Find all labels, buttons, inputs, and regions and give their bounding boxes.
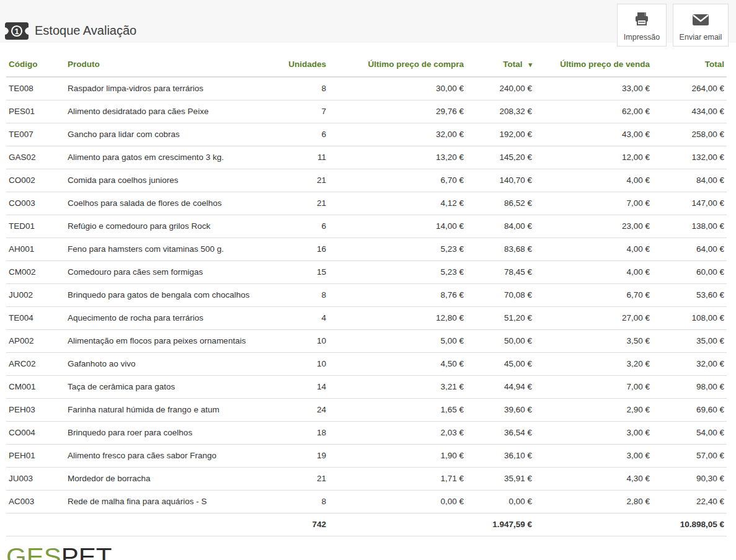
cell-code: TE007 <box>6 123 65 146</box>
cell-buy: 4,50 € <box>329 353 466 376</box>
page-title: Estoque Avaliação <box>35 24 136 38</box>
column-header-ultimo-preco-venda[interactable]: Último preço de venda <box>534 53 652 77</box>
cell-sell: 4,00 € <box>534 238 652 261</box>
cell-code: JU002 <box>6 284 65 307</box>
table-body: TE008Raspador limpa-vidros para terrário… <box>6 77 727 513</box>
cell-product[interactable]: Rede de malha fina para aquários - S <box>65 491 282 513</box>
table-header-row: Código Produto Unidades Último preço de … <box>6 53 727 77</box>
cell-product[interactable]: Alimentação em flocos para peixes orname… <box>65 330 282 353</box>
logo-pet-text: PET <box>61 543 112 560</box>
totals-empty-buy <box>329 513 466 536</box>
column-header-unidades[interactable]: Unidades <box>282 53 329 77</box>
gespet-logo: GESPET <box>6 545 736 560</box>
table-row: PES01Alimento desidratado para cães Peix… <box>6 100 727 123</box>
cell-buy_total: 208,32 € <box>466 100 534 123</box>
cell-product[interactable]: Alimento desidratado para cães Peixe <box>65 100 282 123</box>
cell-product[interactable]: Comedouro para cães sem formigas <box>65 261 282 284</box>
table-row: PEH03Farinha natural húmida de frango e … <box>6 399 727 422</box>
cell-units: 8 <box>282 77 329 100</box>
column-header-total-compra[interactable]: Total▾ <box>466 53 534 77</box>
cell-product[interactable]: Feno para hamsters com vitaminas 500 g. <box>65 238 282 261</box>
cell-sell_total: 84,00 € <box>652 169 727 192</box>
cell-sell_total: 57,00 € <box>652 445 727 468</box>
cell-sell_total: 69,60 € <box>652 399 727 422</box>
table-row: PEH01Alimento fresco para cães sabor Fra… <box>6 445 727 468</box>
cell-buy_total: 51,20 € <box>466 307 534 330</box>
cell-sell: 6,70 € <box>534 284 652 307</box>
table-row: AP002Alimentação em flocos para peixes o… <box>6 330 727 353</box>
cell-buy: 5,00 € <box>329 330 466 353</box>
cell-code: CO003 <box>6 192 65 215</box>
cell-buy_total: 145,20 € <box>466 146 534 169</box>
cell-buy: 14,00 € <box>329 215 466 238</box>
cell-code: CO002 <box>6 169 65 192</box>
cell-sell: 4,30 € <box>534 468 652 491</box>
cell-sell: 7,00 € <box>534 192 652 215</box>
cell-buy: 2,03 € <box>329 422 466 445</box>
cell-product[interactable]: Raspador limpa-vidros para terrários <box>65 77 282 100</box>
column-header-ultimo-preco-compra[interactable]: Último preço de compra <box>329 53 466 77</box>
cell-sell_total: 264,00 € <box>652 77 727 100</box>
cell-buy: 30,00 € <box>329 77 466 100</box>
cell-buy: 8,76 € <box>329 284 466 307</box>
cell-units: 18 <box>282 422 329 445</box>
column-header-codigo[interactable]: Código <box>6 53 65 77</box>
totals-buy-total: 1.947,59 € <box>466 513 534 536</box>
cell-units: 6 <box>282 123 329 146</box>
cell-sell_total: 60,00 € <box>652 261 727 284</box>
cell-product[interactable]: Brinquedo para roer para coelhos <box>65 422 282 445</box>
column-header-total-venda[interactable]: Total <box>652 53 727 77</box>
table-row: AH001Feno para hamsters com vitaminas 50… <box>6 238 727 261</box>
cell-sell_total: 434,00 € <box>652 100 727 123</box>
cell-buy: 32,00 € <box>329 123 466 146</box>
cell-buy_total: 39,60 € <box>466 399 534 422</box>
cell-buy_total: 192,00 € <box>466 123 534 146</box>
cell-sell: 3,20 € <box>534 353 652 376</box>
cell-product[interactable]: Coelhos para salada de flores de coelhos <box>65 192 282 215</box>
cell-buy_total: 50,00 € <box>466 330 534 353</box>
totals-empty-sell <box>534 513 652 536</box>
totals-empty-code <box>6 513 65 536</box>
stock-valuation-table: Código Produto Unidades Último preço de … <box>6 53 727 536</box>
cell-product[interactable]: Gafanhoto ao vivo <box>65 353 282 376</box>
envelope-icon <box>692 13 709 29</box>
email-button[interactable]: Enviar email <box>673 4 729 47</box>
topbar: 1 Estoque Avaliação Impressão <box>0 0 736 43</box>
cell-buy_total: 86,52 € <box>466 192 534 215</box>
cell-product[interactable]: Brinquedo para gatos de bengala com choc… <box>65 284 282 307</box>
table-row: CM002Comedouro para cães sem formigas155… <box>6 261 727 284</box>
table-row: TE004Aquecimento de rocha para terrários… <box>6 307 727 330</box>
cell-product[interactable]: Mordedor de borracha <box>65 468 282 491</box>
cell-product[interactable]: Refúgio e comedouro para grilos Rock <box>65 215 282 238</box>
cell-units: 6 <box>282 215 329 238</box>
cell-code: TED01 <box>6 215 65 238</box>
cell-buy: 1,71 € <box>329 468 466 491</box>
cell-product[interactable]: Farinha natural húmida de frango e atum <box>65 399 282 422</box>
cell-sell: 23,00 € <box>534 215 652 238</box>
table-row: TE007Gancho para lidar com cobras632,00 … <box>6 123 727 146</box>
cell-product[interactable]: Alimento para gatos em crescimento 3 kg. <box>65 146 282 169</box>
cell-buy: 5,23 € <box>329 238 466 261</box>
cell-product[interactable]: Gancho para lidar com cobras <box>65 123 282 146</box>
email-button-label: Enviar email <box>680 33 722 42</box>
cell-buy: 1,90 € <box>329 445 466 468</box>
cell-code: CM001 <box>6 376 65 399</box>
table-row: TE008Raspador limpa-vidros para terrário… <box>6 77 727 100</box>
cell-sell: 2,90 € <box>534 399 652 422</box>
cell-sell: 2,80 € <box>534 491 652 513</box>
cell-product[interactable]: Aquecimento de rocha para terrários <box>65 307 282 330</box>
cell-code: CO004 <box>6 422 65 445</box>
cell-sell: 3,50 € <box>534 330 652 353</box>
cell-units: 4 <box>282 307 329 330</box>
column-header-produto[interactable]: Produto <box>65 53 282 77</box>
title-group: 1 Estoque Avaliação <box>5 19 136 43</box>
cell-product[interactable]: Taça de cerâmica para gatos <box>65 376 282 399</box>
table-row: ARC02Gafanhoto ao vivo104,50 €45,00 €3,2… <box>6 353 727 376</box>
cell-code: PEH03 <box>6 399 65 422</box>
cell-product[interactable]: Comida para coelhos juniores <box>65 169 282 192</box>
cell-product[interactable]: Alimento fresco para cães sabor Frango <box>65 445 282 468</box>
cell-sell_total: 54,00 € <box>652 422 727 445</box>
print-button[interactable]: Impressão <box>617 4 667 47</box>
cell-sell_total: 22,40 € <box>652 491 727 513</box>
cell-buy_total: 0,00 € <box>466 491 534 513</box>
